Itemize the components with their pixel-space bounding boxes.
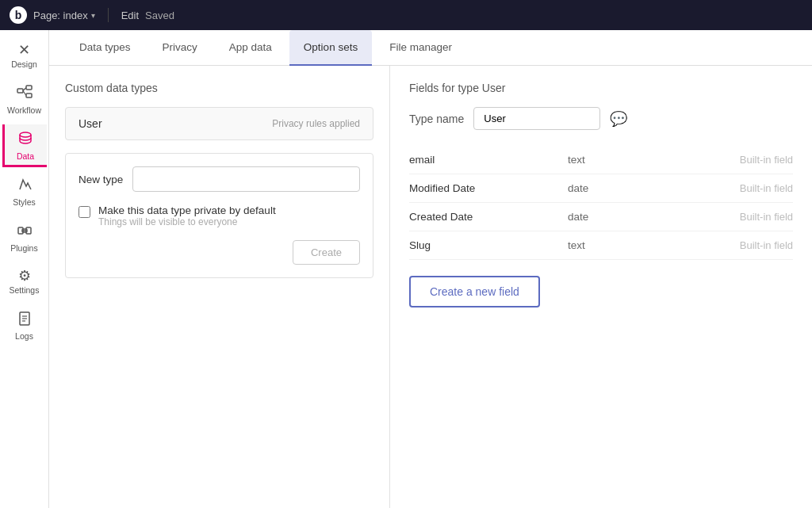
type-name-label: Type name xyxy=(409,113,464,125)
new-type-label: New type xyxy=(79,174,123,185)
field-name-modified-date: Modified Date xyxy=(409,182,568,194)
svg-rect-1 xyxy=(26,86,32,90)
svg-rect-0 xyxy=(17,89,23,93)
sidebar-item-data[interactable]: Data xyxy=(2,124,47,167)
type-card-name: User xyxy=(79,117,102,130)
field-builtin-email: Built-in field xyxy=(663,154,793,166)
sidebar-item-logs[interactable]: Logs xyxy=(2,304,47,347)
tab-data-types[interactable]: Data types xyxy=(65,30,145,66)
tab-app-data[interactable]: App data xyxy=(215,30,286,66)
right-panel: Fields for type User Type name 💬 email t… xyxy=(390,66,812,508)
sidebar-item-workflow[interactable]: Workflow xyxy=(2,78,47,121)
new-type-row: New type xyxy=(79,166,360,192)
data-icon xyxy=(17,131,33,149)
field-type-email: text xyxy=(568,154,663,166)
field-row: Slug text Built-in field xyxy=(409,231,793,260)
sidebar: ✕ Design Workflow xyxy=(0,30,49,508)
field-row: Modified Date date Built-in field xyxy=(409,174,793,203)
sidebar-item-styles[interactable]: Styles xyxy=(2,170,47,213)
main-content: Data types Privacy App data Option sets … xyxy=(49,30,812,508)
custom-data-types-title: Custom data types xyxy=(65,82,373,94)
svg-point-5 xyxy=(20,132,31,137)
field-type-modified-date: date xyxy=(568,182,663,194)
create-type-button[interactable]: Create xyxy=(293,240,360,265)
field-builtin-created-date: Built-in field xyxy=(663,211,793,223)
field-type-slug: text xyxy=(568,239,663,251)
type-name-row: Type name 💬 xyxy=(409,107,793,130)
sidebar-item-design[interactable]: ✕ Design xyxy=(2,36,47,75)
sidebar-item-plugins[interactable]: Plugins xyxy=(2,216,47,259)
page-label: Page: index xyxy=(33,10,88,21)
field-name-email: email xyxy=(409,154,568,166)
field-builtin-slug: Built-in field xyxy=(663,239,793,251)
settings-icon: ⚙ xyxy=(18,269,31,283)
tab-file-manager[interactable]: File manager xyxy=(375,30,466,66)
logs-icon xyxy=(17,311,33,329)
chevron-down-icon: ▾ xyxy=(91,11,95,20)
new-type-input[interactable] xyxy=(132,166,360,192)
styles-icon xyxy=(17,177,33,195)
app-logo[interactable]: b xyxy=(10,6,27,24)
workflow-icon xyxy=(17,85,33,103)
app-layout: ✕ Design Workflow xyxy=(0,30,812,508)
private-checkbox[interactable] xyxy=(79,206,90,218)
tabs-bar: Data types Privacy App data Option sets … xyxy=(49,30,812,66)
comment-icon[interactable]: 💬 xyxy=(610,110,627,128)
field-name-slug: Slug xyxy=(409,239,568,251)
svg-rect-2 xyxy=(26,94,32,97)
field-builtin-modified-date: Built-in field xyxy=(663,182,793,194)
svg-line-4 xyxy=(23,91,26,96)
top-bar: b Page: index ▾ Edit Saved xyxy=(0,0,812,30)
field-row: email text Built-in field xyxy=(409,146,793,174)
design-icon: ✕ xyxy=(18,43,30,57)
fields-title: Fields for type User xyxy=(409,82,793,94)
top-bar-separator xyxy=(108,8,109,22)
field-type-created-date: date xyxy=(568,211,663,223)
type-name-input[interactable] xyxy=(473,107,600,130)
user-type-card[interactable]: User Privacy rules applied xyxy=(65,107,373,140)
edit-label: Edit xyxy=(121,10,139,21)
privacy-badge: Privacy rules applied xyxy=(272,118,360,129)
field-name-created-date: Created Date xyxy=(409,211,568,223)
new-type-box: New type Make this data type private by … xyxy=(65,153,373,278)
private-row: Make this data type private by default T… xyxy=(79,204,360,227)
tab-privacy[interactable]: Privacy xyxy=(148,30,212,66)
private-sublabel: Things will be visible to everyone xyxy=(98,216,276,227)
field-row: Created Date date Built-in field xyxy=(409,203,793,231)
content-area: Custom data types User Privacy rules app… xyxy=(49,66,812,508)
sidebar-item-settings[interactable]: ⚙ Settings xyxy=(2,262,47,301)
create-btn-row: Create xyxy=(79,240,360,265)
create-field-button[interactable]: Create a new field xyxy=(409,276,540,307)
page-selector[interactable]: Page: index ▾ xyxy=(33,10,95,21)
plugins-icon xyxy=(17,223,33,241)
fields-table: email text Built-in field Modified Date … xyxy=(409,146,793,260)
left-panel: Custom data types User Privacy rules app… xyxy=(49,66,390,508)
saved-label: Saved xyxy=(145,10,174,21)
private-label: Make this data type private by default xyxy=(98,204,276,216)
tab-option-sets[interactable]: Option sets xyxy=(289,30,372,66)
